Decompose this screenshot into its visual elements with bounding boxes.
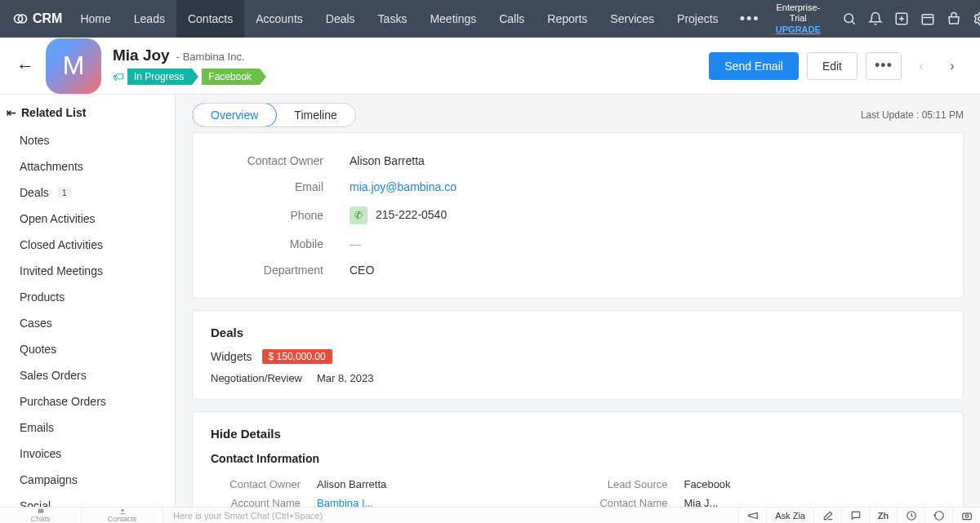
nav-home[interactable]: Home xyxy=(69,0,122,38)
send-email-button[interactable]: Send Email xyxy=(709,52,799,80)
contact-info-section: Contact Information Contact OwnerAlison … xyxy=(211,452,945,507)
store-icon[interactable] xyxy=(942,7,965,31)
ask-zia-button[interactable]: Ask Zia xyxy=(766,507,813,523)
ci-row: Lead SourceFacebook xyxy=(578,475,946,494)
nav-reports[interactable]: Reports xyxy=(536,0,599,38)
nav-calls[interactable]: Calls xyxy=(488,0,536,38)
tag-facebook[interactable]: Facebook xyxy=(202,69,260,85)
nav-leads[interactable]: Leads xyxy=(122,0,176,38)
last-update: Last Update : 05:11 PM xyxy=(861,109,964,121)
sidebar-item-emails[interactable]: Emails xyxy=(0,414,175,441)
ci-label: Contact Owner xyxy=(211,478,317,490)
email-value[interactable]: mia.joy@bambina.co xyxy=(350,180,457,193)
topbar: CRM HomeLeadsContactsAccountsDealsTasksM… xyxy=(0,0,980,38)
nav-more[interactable]: ••• xyxy=(730,11,770,28)
gear-icon[interactable] xyxy=(969,7,980,31)
footer-chats[interactable]: Chats xyxy=(0,507,82,523)
smartchat-hint[interactable]: Here is your Smart Chat (Ctrl+Space) xyxy=(163,511,738,521)
sidebar-item-campaigns[interactable]: Campaigns xyxy=(0,467,175,493)
nav-projects[interactable]: Projects xyxy=(666,0,730,38)
footer-contacts[interactable]: Contacts xyxy=(82,507,163,523)
sidebar-item-quotes[interactable]: Quotes xyxy=(0,336,175,362)
nav-accounts[interactable]: Accounts xyxy=(244,0,314,38)
megaphone-icon[interactable] xyxy=(738,507,766,523)
contact-head: Mia Joy - Bambina Inc. 🏷 In ProgressFace… xyxy=(113,47,270,85)
logo[interactable]: CRM xyxy=(12,11,62,27)
svg-point-19 xyxy=(121,509,123,512)
dept-label: Department xyxy=(211,264,350,277)
trial-info: Enterprise-Trial UPGRADE xyxy=(770,2,827,35)
upgrade-link[interactable]: UPGRADE xyxy=(770,24,827,35)
ci-row: Contact OwnerAlison Barretta xyxy=(211,475,578,494)
svg-point-2 xyxy=(844,14,853,23)
sidebar-item-open-activities[interactable]: Open Activities xyxy=(0,206,175,232)
clock-icon[interactable] xyxy=(897,507,924,523)
sidebar-item-invited-meetings[interactable]: Invited Meetings xyxy=(0,258,175,284)
back-button[interactable]: ← xyxy=(16,55,34,77)
history-icon[interactable] xyxy=(924,507,952,523)
collapse-icon[interactable]: ⇤ xyxy=(7,106,16,119)
ci-label: Lead Source xyxy=(578,478,684,490)
tab-overview[interactable]: Overview xyxy=(192,103,277,127)
svg-rect-7 xyxy=(922,15,933,24)
ci-title: Contact Information xyxy=(211,452,945,465)
deals-title: Deals xyxy=(211,326,945,339)
nav-tasks[interactable]: Tasks xyxy=(367,0,419,38)
sidebar-item-sales-orders[interactable]: Sales Orders xyxy=(0,362,175,388)
owner-value: Alison Barretta xyxy=(350,154,425,167)
nav-deals[interactable]: Deals xyxy=(314,0,367,38)
sidebar-item-social[interactable]: Social xyxy=(0,493,175,507)
mobile-value: — xyxy=(350,237,361,250)
sidebar-item-notes[interactable]: Notes xyxy=(0,127,175,153)
tags: 🏷 In ProgressFacebook xyxy=(113,69,270,85)
tabbar: Overview Timeline Last Update : 05:11 PM xyxy=(192,103,964,127)
hide-details[interactable]: Hide Details xyxy=(211,427,945,441)
phone-icon[interactable]: ✆ xyxy=(350,206,368,224)
nav-contacts[interactable]: Contacts xyxy=(176,0,244,38)
zia-icon[interactable]: Zh xyxy=(869,507,897,523)
bell-icon[interactable] xyxy=(864,7,887,31)
sidebar: ⇤ Related List NotesAttachmentsDeals1Ope… xyxy=(0,95,176,507)
sidebar-item-deals[interactable]: Deals1 xyxy=(0,180,175,206)
main-content: Overview Timeline Last Update : 05:11 PM… xyxy=(176,95,980,507)
summary-card: Contact OwnerAlison Barretta Emailmia.jo… xyxy=(192,132,964,299)
chat-icon[interactable] xyxy=(841,507,869,523)
sidebar-item-cases[interactable]: Cases xyxy=(0,310,175,336)
contact-avatar: M xyxy=(46,38,101,94)
contact-name: Mia Joy xyxy=(113,47,170,64)
sidebar-item-products[interactable]: Products xyxy=(0,284,175,310)
deal-line: Widgets $ 150,000.00 xyxy=(211,349,945,364)
search-icon[interactable] xyxy=(838,7,861,31)
next-record[interactable]: › xyxy=(941,55,964,78)
email-label: Email xyxy=(211,180,350,193)
compose-icon[interactable] xyxy=(813,507,841,523)
contact-company: - Bambina Inc. xyxy=(176,51,245,63)
plus-icon[interactable] xyxy=(890,7,913,31)
sidebar-item-attachments[interactable]: Attachments xyxy=(0,153,175,180)
tab-timeline[interactable]: Timeline xyxy=(276,104,354,126)
phone-label: Phone xyxy=(211,209,350,222)
tag-in-progress[interactable]: In Progress xyxy=(127,69,192,85)
deal-name[interactable]: Widgets xyxy=(211,350,252,363)
tag-icon[interactable]: 🏷 xyxy=(113,70,124,83)
more-button[interactable]: ••• xyxy=(866,52,902,80)
nav-services[interactable]: Services xyxy=(599,0,666,38)
sidebar-item-purchase-orders[interactable]: Purchase Orders xyxy=(0,388,175,414)
calendar-icon[interactable] xyxy=(916,7,939,31)
edit-button[interactable]: Edit xyxy=(807,52,858,80)
nav-meetings[interactable]: Meetings xyxy=(418,0,488,38)
deals-card: Deals Widgets $ 150,000.00 Negotiation/R… xyxy=(192,310,964,400)
footer: Chats Contacts Here is your Smart Chat (… xyxy=(0,507,980,523)
topbar-right: Enterprise-Trial UPGRADE xyxy=(770,2,980,35)
ci-value: Facebook xyxy=(684,478,731,490)
contact-title: Mia Joy - Bambina Inc. xyxy=(113,47,270,64)
owner-label: Contact Owner xyxy=(211,154,350,167)
sidebar-item-invoices[interactable]: Invoices xyxy=(0,441,175,467)
dept-value: CEO xyxy=(350,264,374,277)
ci-row: Contact NameMia J... xyxy=(578,494,946,507)
trial-label: Enterprise-Trial xyxy=(770,2,827,24)
logo-icon xyxy=(12,11,29,27)
sidebar-item-closed-activities[interactable]: Closed Activities xyxy=(0,232,175,258)
prev-record[interactable]: ‹ xyxy=(910,55,933,78)
camera-icon[interactable] xyxy=(952,507,980,523)
